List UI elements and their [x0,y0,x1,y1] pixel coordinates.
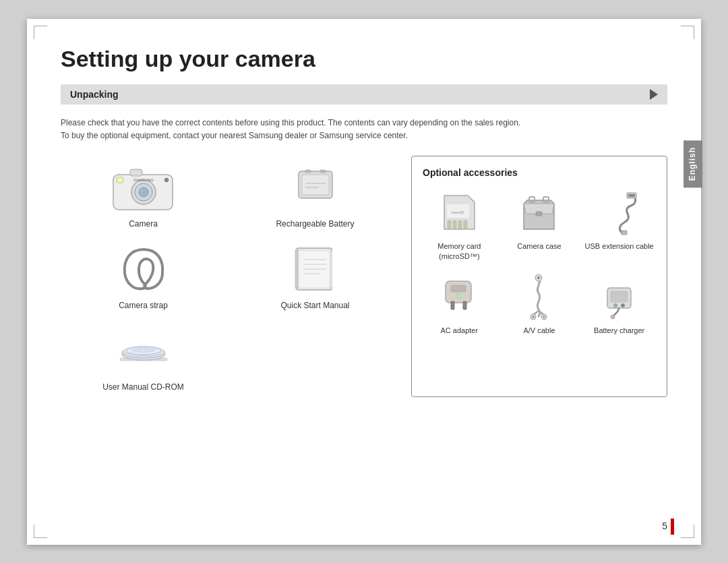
svg-rect-21 [330,251,332,287]
camera-label: Camera [129,219,158,229]
svg-rect-29 [448,220,451,229]
avcable-label: A/V cable [523,326,555,336]
svg-rect-42 [463,301,466,309]
svg-text:SAMSUNG: SAMSUNG [133,178,154,182]
items-grid: SAMSUNG Camera [61,156,398,397]
corner-mark-tr [681,26,694,39]
page-number: 5 [662,521,667,531]
cdrom-label: User Manual CD-ROM [102,382,184,392]
corner-mark-br [681,525,694,538]
svg-point-55 [611,315,615,319]
svg-point-54 [621,304,625,307]
svg-point-7 [164,178,169,182]
svg-rect-20 [295,249,298,289]
svg-rect-4 [130,169,142,176]
optional-title: Optional accessories [423,167,656,178]
svg-rect-35 [536,212,542,216]
charger-label: Battery charger [594,326,644,336]
item-strap: Camera strap [61,237,226,316]
memcard-icon: microSD [432,189,486,236]
optional-accessories-box: Optional accessories [411,156,667,397]
item-cdrom: User Manual CD-ROM [61,319,226,397]
opt-item-avcable: A/V cable [503,273,576,336]
camera-icon: SAMSUNG [110,161,177,215]
description-line2: To buy the optional equipment, contact y… [61,131,408,140]
adapter-icon [432,273,486,320]
svg-rect-32 [464,220,467,229]
section-label: Unpacking [70,89,119,100]
corner-mark-bl [34,525,47,538]
svg-rect-52 [611,291,628,302]
charger-icon [593,273,646,320]
opt-item-memcard: microSD Memory card(microSD™) [423,189,496,262]
adapter-label: AC adapter [441,326,479,336]
description-text: Please check that you have the correct c… [61,117,667,142]
svg-point-53 [614,304,617,307]
avcable-icon [512,273,566,320]
svg-point-28 [131,347,156,353]
section-bar: Unpacking [61,84,667,105]
included-items: SAMSUNG Camera [61,156,398,397]
page-number-accent [671,518,674,535]
svg-point-50 [543,316,545,318]
strap-label: Camera strap [119,301,168,310]
manual-icon [282,243,349,297]
strap-icon [110,243,177,297]
description-line1: Please check that you have the correct c… [61,118,520,127]
content-area: SAMSUNG Camera [61,156,667,397]
manual-label: Quick Start Manual [280,301,349,310]
svg-point-44 [457,294,461,298]
svg-point-46 [537,276,540,279]
svg-rect-11 [320,170,326,173]
svg-rect-41 [451,301,454,309]
opt-item-adapter: AC adapter [423,273,496,336]
svg-rect-5 [117,177,123,183]
svg-rect-31 [458,220,462,229]
svg-rect-30 [453,220,456,229]
usb-icon [593,189,646,236]
case-icon [512,189,566,236]
language-tab: English [684,140,702,187]
optional-grid: microSD Memory card(microSD™) [423,189,656,336]
opt-item-case: Camera case [503,189,576,262]
svg-point-3 [139,187,148,197]
usb-label: USB extension cable [585,241,654,251]
arrow-icon [650,89,658,100]
page: English 5 Setting up your camera Unpacki… [27,19,701,545]
svg-rect-39 [628,194,635,197]
svg-point-48 [533,316,535,318]
page-title: Setting up your camera [61,46,667,72]
corner-mark-tl [34,26,47,39]
item-manual: Quick Start Manual [233,237,398,316]
svg-rect-10 [305,170,311,173]
item-battery: Rechargeable Battery [233,156,398,234]
item-camera: SAMSUNG Camera [61,156,226,234]
opt-item-usb: USB extension cable [582,189,656,262]
svg-rect-43 [451,285,466,292]
battery-label: Rechargeable Battery [276,219,354,229]
memcard-label: Memory card(microSD™) [437,241,481,262]
opt-item-charger: Battery charger [582,273,656,336]
case-label: Camera case [517,241,561,251]
cdrom-icon [110,324,177,378]
battery-icon [282,161,349,215]
svg-text:microSD: microSD [451,210,464,214]
svg-rect-9 [302,175,329,195]
